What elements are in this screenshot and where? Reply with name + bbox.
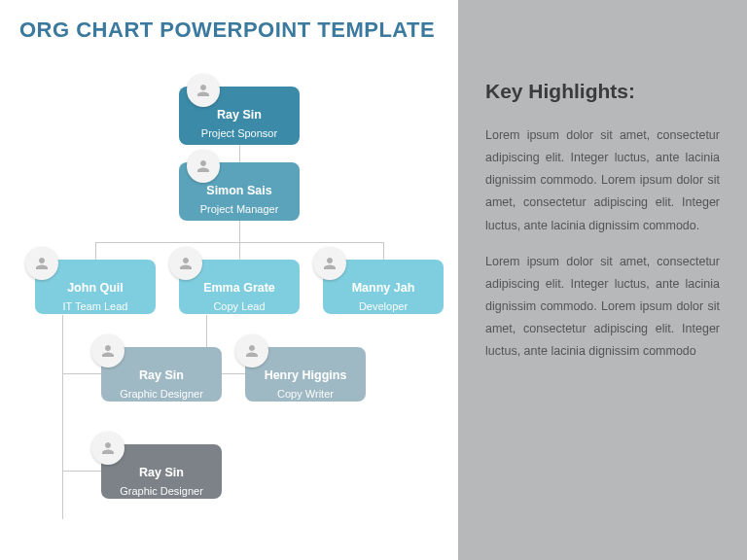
node-name: Manny Jah bbox=[331, 281, 436, 295]
connector bbox=[95, 242, 96, 260]
node-role: Copy Writer bbox=[253, 388, 358, 400]
highlights-paragraph: Lorem ipsum dolor sit amet, consectetur … bbox=[485, 124, 720, 237]
slide-title: ORG CHART POWERPOINT TEMPLATE bbox=[19, 18, 439, 43]
connector bbox=[62, 471, 101, 472]
node-role: Developer bbox=[331, 300, 436, 312]
node-name: Emma Grate bbox=[187, 281, 292, 295]
connector bbox=[239, 221, 240, 242]
person-icon bbox=[313, 247, 346, 280]
node-name: Henry Higgins bbox=[253, 368, 358, 382]
node-role: IT Team Lead bbox=[43, 300, 148, 312]
person-icon bbox=[187, 150, 220, 183]
node-name: Ray Sin bbox=[109, 466, 214, 479]
node-name: John Quil bbox=[43, 281, 148, 295]
person-icon bbox=[187, 74, 220, 107]
node-role: Project Manager bbox=[187, 203, 292, 215]
node-role: Project Sponsor bbox=[187, 127, 292, 139]
node-name: Ray Sin bbox=[187, 108, 292, 122]
connector bbox=[62, 373, 101, 374]
node-role: Graphic Designer bbox=[109, 388, 214, 400]
person-icon bbox=[169, 247, 202, 280]
node-role: Copy Lead bbox=[187, 300, 292, 312]
person-icon bbox=[25, 247, 58, 280]
connector bbox=[383, 242, 384, 260]
person-icon bbox=[91, 432, 124, 465]
highlights-paragraph: Lorem ipsum dolor sit amet, consectetur … bbox=[485, 251, 720, 364]
highlights-heading: Key Highlights: bbox=[485, 80, 720, 103]
connector bbox=[239, 145, 240, 162]
node-name: Ray Sin bbox=[109, 368, 214, 382]
connector bbox=[62, 315, 63, 519]
node-role: Graphic Designer bbox=[109, 485, 214, 497]
connector bbox=[239, 242, 240, 260]
node-name: Simon Sais bbox=[187, 184, 292, 197]
org-chart: Ray Sin Project Sponsor Simon Sais Proje… bbox=[19, 52, 439, 539]
person-icon bbox=[235, 334, 268, 368]
person-icon bbox=[91, 334, 124, 368]
highlights-panel: Key Highlights: Lorem ipsum dolor sit am… bbox=[458, 0, 747, 560]
